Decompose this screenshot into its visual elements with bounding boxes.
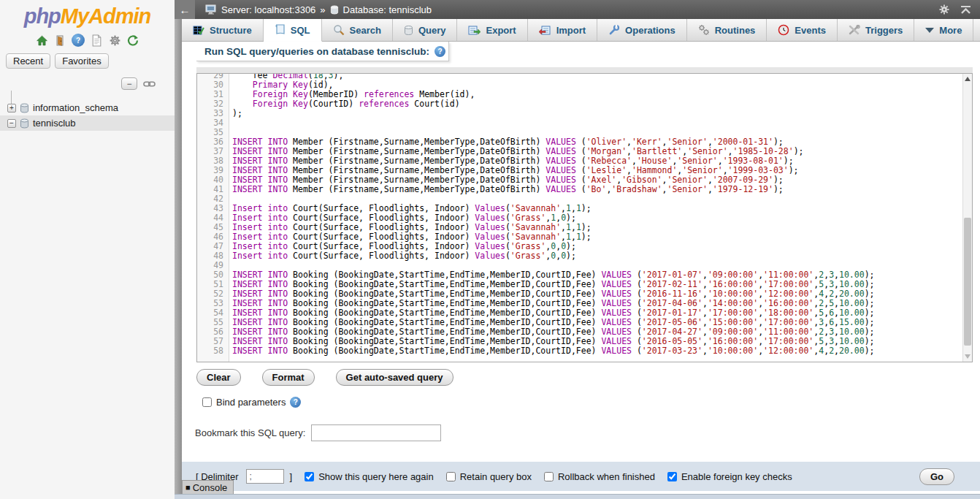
breadcrumb-database-link[interactable]: Database: tennisclub — [343, 4, 432, 15]
expand-plus-icon[interactable]: + — [7, 104, 16, 113]
editor-scrollbar[interactable] — [962, 74, 972, 362]
phpmyadmin-logo[interactable]: phpMyAdmin — [0, 0, 175, 28]
collapse-all-button[interactable]: − — [121, 77, 137, 90]
structure-icon — [193, 25, 204, 36]
editor-line-numbers: 2930313233343536373839404142434445464748… — [197, 74, 229, 362]
tree-item-label: tennisclub — [33, 118, 76, 129]
clock-icon — [778, 24, 789, 36]
scrollbar-thumb[interactable] — [964, 218, 971, 346]
delimiter-input[interactable] — [246, 469, 284, 484]
clear-button[interactable]: Clear — [196, 369, 241, 386]
option-label: Enable foreign key checks — [681, 471, 792, 482]
tab-label: Events — [795, 25, 826, 36]
expand-top-icon[interactable] — [960, 5, 971, 15]
console-icon: ■ — [185, 483, 191, 492]
database-tabs: Structure SQL Search Query Export Import… — [182, 19, 980, 42]
breadcrumb-server-link[interactable]: Server: localhost:3306 — [221, 4, 315, 15]
settings-gear-icon[interactable] — [108, 34, 121, 47]
foreign-key-checks-option[interactable]: Enable foreign key checks — [667, 471, 792, 482]
home-icon[interactable] — [35, 34, 48, 47]
query-options-bar: [ Delimiter ] Show this query here again… — [182, 462, 980, 491]
retain-query-box-checkbox[interactable] — [446, 472, 456, 481]
tools-icon — [849, 25, 860, 35]
main-content: Run SQL query/queries on database tennis… — [182, 42, 980, 499]
editor-top-band — [196, 67, 973, 73]
bookmark-label: Bookmark this SQL query: — [195, 427, 305, 438]
database-icon — [20, 118, 29, 129]
tab-triggers[interactable]: Triggers — [838, 19, 914, 41]
scroll-down-arrow-icon[interactable] — [965, 354, 971, 359]
show-query-again-checkbox[interactable] — [305, 472, 314, 481]
tab-import[interactable]: Import — [528, 19, 597, 41]
bind-parameters-checkbox[interactable] — [202, 397, 212, 407]
phpmyadmin-app: phpMyAdmin ? Recent Favorites − — [0, 0, 980, 499]
tab-structure[interactable]: Structure — [182, 19, 264, 41]
sidebar-item-information-schema[interactable]: + information_schema — [0, 100, 175, 115]
database-icon — [330, 5, 339, 15]
option-label: Show this query here again — [318, 471, 434, 482]
gears-icon — [698, 24, 710, 36]
breadcrumb: Server: localhost:3306 » Database: tenni… — [205, 4, 432, 15]
code-lines: fee Decimal(18,3), Primary Key(id), Fore… — [232, 74, 962, 356]
page-settings-gear-icon[interactable] — [938, 4, 950, 15]
link-icon[interactable] — [143, 80, 156, 88]
editor-actions: Clear Format Get auto-saved query — [196, 369, 980, 386]
tab-events[interactable]: Events — [767, 19, 838, 41]
favorites-button[interactable]: Favorites — [55, 53, 108, 69]
tab-sql[interactable]: SQL — [264, 19, 322, 42]
sidebar-item-tennisclub[interactable]: − tennisclub — [0, 115, 175, 131]
console-tab[interactable]: ■ Console — [182, 480, 234, 494]
foreign-key-checks-checkbox[interactable] — [667, 472, 677, 481]
scroll-up-arrow-icon[interactable] — [965, 77, 971, 81]
bookmark-input[interactable] — [311, 424, 441, 441]
database-icon — [20, 103, 29, 113]
tab-operations[interactable]: Operations — [597, 19, 687, 41]
rollback-option[interactable]: Rollback when finished — [544, 471, 655, 482]
import-icon — [539, 25, 551, 36]
get-auto-saved-query-button[interactable]: Get auto-saved query — [336, 369, 453, 386]
editor-code-area[interactable]: fee Decimal(18,3), Primary Key(id), Fore… — [229, 74, 962, 362]
docs-icon[interactable] — [90, 34, 103, 47]
refresh-icon[interactable] — [126, 34, 139, 47]
tree-item-label: information_schema — [33, 102, 118, 113]
sql-editor[interactable]: 2930313233343536373839404142434445464748… — [196, 73, 973, 362]
export-icon — [468, 25, 481, 36]
delimiter-label-close: ] — [290, 471, 293, 482]
tab-label: Operations — [625, 25, 675, 36]
tab-label: Structure — [210, 25, 252, 36]
search-icon — [333, 24, 345, 36]
tab-routines[interactable]: Routines — [687, 19, 767, 41]
tab-label: SQL — [291, 25, 310, 36]
tab-query[interactable]: Query — [393, 19, 458, 41]
chevron-down-icon — [925, 28, 934, 33]
breadcrumb-bar: ← Server: localhost:3306 » Database: ten… — [175, 0, 980, 19]
collapse-sidebar-button[interactable]: ← — [175, 0, 195, 19]
wrench-icon — [608, 24, 620, 36]
recent-button[interactable]: Recent — [6, 53, 50, 69]
option-label: Retain query box — [460, 471, 532, 482]
format-button[interactable]: Format — [262, 369, 315, 386]
help-icon[interactable]: ? — [72, 34, 85, 47]
breadcrumb-separator: » — [320, 4, 325, 15]
bookmark-row: Bookmark this SQL query: — [195, 424, 980, 441]
help-icon[interactable]: ? — [290, 397, 301, 408]
go-button[interactable]: Go — [919, 468, 954, 485]
tab-label: Query — [418, 25, 446, 36]
bind-parameters-row: Bind parameters ? — [202, 397, 980, 408]
tab-label: Import — [556, 25, 586, 36]
sidebar-resize-handle[interactable] — [175, 0, 182, 499]
query-panel-title: Run SQL query/queries on database tennis… — [204, 46, 429, 57]
tab-more[interactable]: More — [914, 19, 973, 41]
tab-search[interactable]: Search — [322, 19, 393, 41]
show-query-again-option[interactable]: Show this query here again — [305, 471, 434, 482]
tab-export[interactable]: Export — [457, 19, 527, 41]
collapse-minus-icon[interactable]: − — [7, 119, 16, 128]
console-bar[interactable] — [175, 494, 980, 499]
retain-query-box-option[interactable]: Retain query box — [446, 471, 532, 482]
logout-door-icon[interactable] — [53, 34, 66, 47]
query-panel-legend: Run SQL query/queries on database tennis… — [196, 42, 449, 61]
rollback-checkbox[interactable] — [544, 472, 554, 481]
query-icon — [404, 25, 413, 36]
help-icon[interactable]: ? — [435, 46, 445, 57]
tab-label: More — [939, 25, 962, 36]
